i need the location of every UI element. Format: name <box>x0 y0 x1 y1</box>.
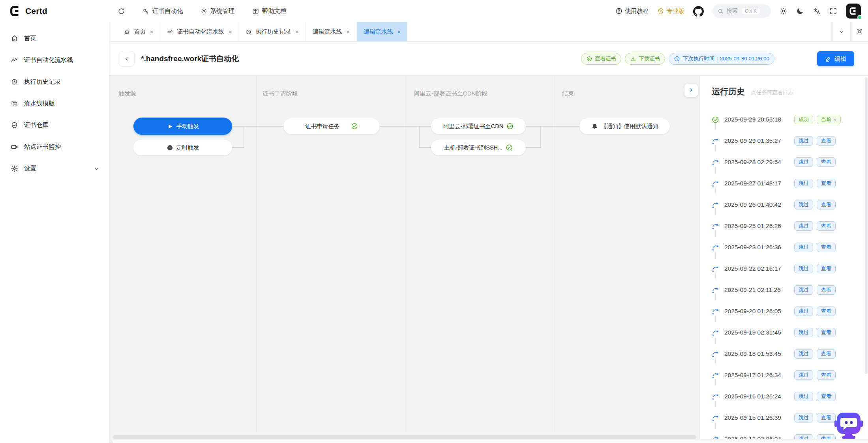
fullscreen-icon[interactable] <box>829 7 837 15</box>
history-badge[interactable]: 查看 <box>817 243 836 252</box>
pipeline-node[interactable]: 定时触发 <box>133 140 232 155</box>
history-badge[interactable]: 查看 <box>817 285 836 295</box>
content-maximize-icon[interactable] <box>850 22 868 41</box>
pipeline-node[interactable]: 主机-部署证书到SSH... <box>431 140 526 155</box>
play-icon <box>167 123 173 130</box>
close-tab-icon[interactable]: × <box>150 29 153 35</box>
skipped-icon <box>712 159 719 166</box>
topnav-item[interactable]: 证书自动化 <box>142 7 183 15</box>
run-history-item: 2025-09-20 01:26:05跳过查看 <box>712 301 866 322</box>
panel-expand-button[interactable] <box>684 84 698 97</box>
timeline-connector <box>715 166 716 173</box>
dark-mode-moon-icon[interactable] <box>796 7 804 15</box>
tabbar-actions <box>832 22 868 41</box>
run-history-list: 2025-09-29 20:55:18成功当前×2025-09-29 01:35… <box>712 109 866 439</box>
sidebar-item[interactable]: 首页 <box>0 28 109 49</box>
run-history-item: 2025-09-21 02:11:26跳过查看 <box>712 279 866 301</box>
pipeline-node[interactable]: 手动触发 <box>133 118 232 135</box>
tutorial-link[interactable]: 使用教程 <box>615 7 649 15</box>
pipeline-canvas[interactable]: 触发源手动触发定时触发证书申请阶段证书申请任务阿里云-部署证书至CDN阶段阿里云… <box>109 76 699 443</box>
close-tab-icon[interactable]: × <box>229 29 232 35</box>
history-badge[interactable]: 查看 <box>817 328 836 337</box>
online-status-dot <box>857 15 862 20</box>
back-button[interactable] <box>119 51 135 67</box>
stage-title: 证书申请阶段 <box>262 90 298 97</box>
home-icon <box>11 35 18 42</box>
pipeline-node[interactable]: 证书申请任务 <box>283 118 380 134</box>
history-badge[interactable]: 查看 <box>817 413 836 422</box>
sidebar-item[interactable]: 证书自动化流水线 <box>0 49 109 71</box>
search-icon <box>718 8 724 14</box>
history-badge: 跳过 <box>794 349 813 359</box>
tab[interactable]: 编辑流水线× <box>306 22 357 41</box>
sidebar-item[interactable]: 执行历史记录 <box>0 71 109 93</box>
history-badge[interactable]: 查看 <box>817 221 836 231</box>
close-tab-icon[interactable]: × <box>397 29 401 35</box>
tab[interactable]: 首页× <box>117 22 160 41</box>
history-badge[interactable]: 查看 <box>817 370 836 380</box>
timeline-connector <box>715 315 716 322</box>
horizontal-scrollbar[interactable] <box>112 435 696 439</box>
history-badge[interactable]: 查看 <box>817 179 836 188</box>
sidebar-item[interactable]: 设置 <box>0 158 109 179</box>
run-history-header: 运行历史 点任务可查看日志 <box>712 86 793 97</box>
history-badge[interactable]: 查看 <box>817 264 836 273</box>
skipped-icon <box>712 350 719 358</box>
close-icon[interactable]: × <box>833 117 836 123</box>
pipeline-node[interactable]: 阿里云-部署证书至CDN <box>431 118 526 134</box>
close-tab-icon[interactable]: × <box>295 29 298 35</box>
tab-list-dropdown-icon[interactable] <box>832 22 850 41</box>
run-timestamp: 2025-09-20 01:26:05 <box>724 308 791 315</box>
sidebar-item[interactable]: 流水线模版 <box>0 93 109 114</box>
pro-version-link[interactable]: 专业版 <box>657 7 684 15</box>
success-check-icon <box>506 144 513 151</box>
pipeline-node[interactable]: 【通知】使用默认通知 <box>579 118 670 134</box>
history-badge[interactable]: 查看 <box>817 392 836 401</box>
tab[interactable]: 执行历史记录× <box>239 22 306 41</box>
timeline-connector <box>715 422 716 428</box>
run-timestamp: 2025-09-18 01:53:45 <box>724 350 791 357</box>
history-badge[interactable]: 查看 <box>817 157 836 167</box>
tab[interactable]: 证书自动化流水线× <box>160 22 239 41</box>
history-badge: 跳过 <box>794 370 813 380</box>
chat-assistant-robot-icon[interactable] <box>834 412 864 439</box>
view-cert-icon <box>586 56 592 62</box>
run-history-title: 运行历史 <box>712 86 745 97</box>
history-badge[interactable]: 查看 <box>817 200 836 209</box>
history-badge: 跳过 <box>794 434 813 439</box>
edit-button[interactable]: 编辑 <box>817 51 854 66</box>
success-icon <box>712 116 719 123</box>
timeline-connector <box>715 358 716 364</box>
tab-active[interactable]: 编辑流水线× <box>357 22 407 41</box>
history-badge[interactable]: 查看 <box>817 434 836 439</box>
history-badge: 跳过 <box>794 179 813 188</box>
settings-gear-icon[interactable] <box>780 7 787 15</box>
github-icon[interactable] <box>693 6 704 17</box>
history-badge: 跳过 <box>794 392 813 401</box>
sidebar: 首页证书自动化流水线执行历史记录流水线模版证书仓库站点证书监控设置 <box>0 22 109 443</box>
user-avatar[interactable] <box>846 4 861 19</box>
topnav-item[interactable]: 帮助文档 <box>252 7 287 15</box>
brand[interactable]: Certd <box>9 0 47 22</box>
close-tab-icon[interactable]: × <box>347 29 350 35</box>
run-timestamp: 2025-09-19 02:31:45 <box>724 329 791 336</box>
run-history-item: 2025-09-27 01:48:17跳过查看 <box>712 173 866 194</box>
sidebar-item[interactable]: 证书仓库 <box>0 114 109 136</box>
search-input[interactable]: 搜索 Ctrl K <box>712 4 771 18</box>
run-timestamp: 2025-09-16 01:26:24 <box>724 393 791 400</box>
run-timestamp: 2025-09-26 01:40:42 <box>724 201 791 208</box>
language-translate-icon[interactable] <box>813 7 821 15</box>
history-badge[interactable]: 查看 <box>817 307 836 316</box>
vertical-scrollbar[interactable] <box>865 77 868 374</box>
history-badge[interactable]: 查看 <box>817 349 836 359</box>
sidebar-item[interactable]: 站点证书监控 <box>0 136 109 158</box>
skipped-icon <box>712 201 719 209</box>
run-timestamp: 2025-09-28 02:29:54 <box>724 159 791 166</box>
view-cert-button[interactable]: 查看证书 <box>581 53 621 65</box>
refresh-icon[interactable] <box>118 7 125 15</box>
history-badge[interactable]: 查看 <box>817 136 836 146</box>
gear-icon <box>11 165 18 172</box>
run-history-item: 2025-09-23 01:26:36跳过查看 <box>712 237 866 258</box>
download-cert-button[interactable]: 下载证书 <box>625 53 665 65</box>
topnav-item[interactable]: 系统管理 <box>201 7 235 15</box>
